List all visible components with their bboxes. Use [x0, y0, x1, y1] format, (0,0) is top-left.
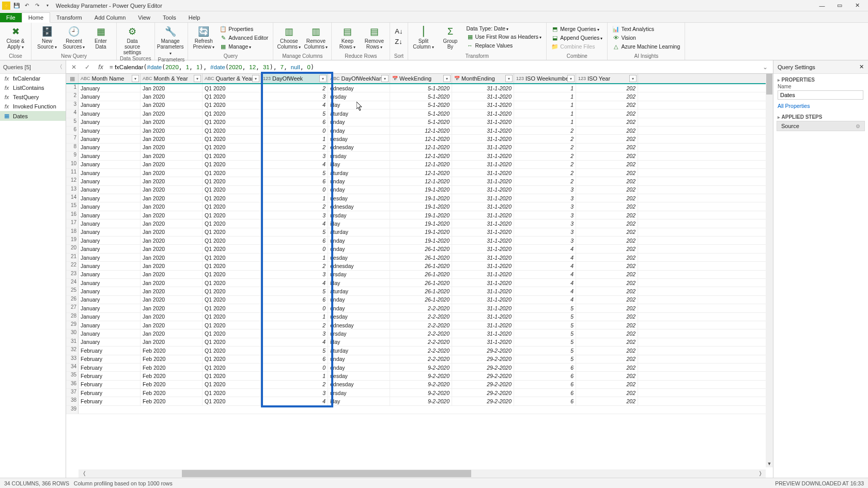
cell[interactable]: 202 — [576, 211, 638, 219]
row-number[interactable]: 17 — [66, 219, 79, 227]
data-source-settings-button[interactable]: ⚙Data source settings — [120, 24, 145, 55]
cell[interactable]: Jan 2020 — [141, 338, 203, 346]
horizontal-scrollbar[interactable]: 〈 〉 — [79, 469, 766, 478]
cell[interactable]: February — [79, 372, 141, 380]
cell[interactable]: 4 — [261, 397, 328, 405]
cell[interactable]: 3 — [514, 219, 576, 227]
column-header-dayofweekname[interactable]: ABCDayOfWeekName▾ — [328, 74, 390, 83]
cell[interactable]: 6 — [261, 296, 328, 304]
cell[interactable]: 5 — [514, 321, 576, 329]
cell[interactable]: 4 — [261, 219, 328, 227]
refresh-preview-button[interactable]: 🔄Refresh Preview — [191, 24, 216, 50]
cell[interactable]: January — [79, 262, 141, 270]
table-row[interactable]: 1JanuaryJan 2020Q1 20202ednesday5-1-2020… — [66, 84, 773, 92]
row-number[interactable]: 32 — [66, 347, 79, 354]
cell[interactable]: 6 — [514, 389, 576, 397]
cell[interactable]: onday — [328, 127, 390, 134]
cell[interactable]: 202 — [576, 169, 638, 177]
cell[interactable]: Jan 2020 — [141, 194, 203, 202]
cell[interactable]: 2-2-2020 — [390, 304, 452, 312]
merge-queries-button[interactable]: ⬒Merge Queries — [550, 25, 604, 33]
row-number[interactable]: 13 — [66, 186, 79, 194]
cell[interactable]: 5 — [261, 228, 328, 236]
cell[interactable]: 202 — [576, 237, 638, 244]
cell[interactable]: 2-2-2020 — [390, 321, 452, 329]
cell[interactable]: 6 — [514, 372, 576, 380]
cell[interactable]: Q1 2020 — [203, 211, 261, 219]
cell[interactable]: 0 — [261, 304, 328, 312]
cell[interactable]: 5 — [261, 109, 328, 117]
cell[interactable]: 31-1-2020 — [452, 279, 514, 287]
collapse-queries-icon[interactable]: 〈 — [57, 63, 63, 71]
cell[interactable]: January — [79, 245, 141, 253]
advanced-editor-button[interactable]: ✎Advanced Editor — [218, 34, 270, 42]
filter-icon[interactable]: ▾ — [629, 75, 637, 82]
cell[interactable]: iday — [328, 279, 390, 287]
cell[interactable]: ednesday — [328, 202, 390, 210]
cell[interactable]: 1 — [514, 84, 576, 92]
cell[interactable]: 2-2-2020 — [390, 347, 452, 354]
append-queries-button[interactable]: ⬓Append Queries — [550, 34, 604, 42]
cell[interactable]: Jan 2020 — [141, 101, 203, 109]
cell[interactable]: Jan 2020 — [141, 144, 203, 151]
cell[interactable]: 202 — [576, 144, 638, 151]
cell[interactable]: 9-2-2020 — [390, 397, 452, 405]
table-row[interactable]: 5JanuaryJan 2020Q1 20206unday5-1-202031-… — [66, 118, 773, 127]
cell[interactable]: 31-1-2020 — [452, 144, 514, 151]
table-row[interactable]: 37FebruaryFeb 2020Q1 20203ursday9-2-2020… — [66, 389, 773, 397]
scroll-down-icon[interactable]: ▼ — [766, 460, 773, 467]
cell[interactable]: Q1 2020 — [203, 313, 261, 321]
cell[interactable]: aturday — [328, 347, 390, 354]
cell[interactable]: 2-2-2020 — [390, 338, 452, 346]
cell[interactable]: onday — [328, 364, 390, 371]
cell[interactable]: unday — [328, 118, 390, 126]
cell[interactable]: 4 — [261, 279, 328, 287]
table-row[interactable]: 30JanuaryJan 2020Q1 20203ursday2-2-20203… — [66, 329, 773, 338]
table-row[interactable]: 7JanuaryJan 2020Q1 20201uesday12-1-20203… — [66, 135, 773, 143]
cell[interactable]: ednesday — [328, 262, 390, 270]
cell[interactable]: 31-1-2020 — [452, 211, 514, 219]
vision-button[interactable]: 👁Vision — [611, 34, 681, 42]
cell[interactable]: 202 — [576, 389, 638, 397]
cell[interactable]: ursday — [328, 211, 390, 219]
column-header-iso-weeknumber[interactable]: 123ISO Weeknumber▾ — [514, 74, 576, 83]
cell[interactable]: aturday — [328, 287, 390, 295]
tab-view[interactable]: View — [132, 13, 157, 22]
cell[interactable]: 19-1-2020 — [390, 211, 452, 219]
row-number[interactable]: 15 — [66, 202, 79, 210]
formula-cancel-icon[interactable]: ✕ — [69, 62, 79, 72]
table-row[interactable]: 8JanuaryJan 2020Q1 20202ednesday12-1-202… — [66, 144, 773, 152]
cell[interactable]: ursday — [328, 92, 390, 100]
table-row[interactable]: 22JanuaryJan 2020Q1 20202ednesday26-1-20… — [66, 262, 773, 270]
cell[interactable]: Jan 2020 — [141, 169, 203, 177]
table-row[interactable]: 11JanuaryJan 2020Q1 20205aturday12-1-202… — [66, 169, 773, 177]
cell[interactable]: 31-1-2020 — [452, 135, 514, 143]
cell[interactable]: Q1 2020 — [203, 228, 261, 236]
cell[interactable]: Feb 2020 — [141, 347, 203, 354]
cell[interactable]: 202 — [576, 118, 638, 126]
cell[interactable]: Q1 2020 — [203, 202, 261, 210]
cell[interactable]: unday — [328, 237, 390, 244]
properties-button[interactable]: 📋Properties — [218, 25, 270, 33]
scroll-left-icon[interactable]: 〈 — [79, 469, 87, 478]
close-window-button[interactable]: ✕ — [848, 1, 866, 11]
column-header-dayofweek[interactable]: 123DayOfWeek▾ — [261, 74, 328, 83]
row-number[interactable]: 18 — [66, 228, 79, 236]
cell[interactable]: 29-2-2020 — [452, 389, 514, 397]
cell[interactable]: 31-1-2020 — [452, 304, 514, 312]
table-row[interactable]: 21JanuaryJan 2020Q1 20201uesday26-1-2020… — [66, 254, 773, 262]
table-row[interactable]: 20JanuaryJan 2020Q1 20200onday26-1-20203… — [66, 245, 773, 253]
cell[interactable]: Q1 2020 — [203, 397, 261, 405]
cell[interactable]: Jan 2020 — [141, 219, 203, 227]
cell[interactable]: Q1 2020 — [203, 389, 261, 397]
cell[interactable]: unday — [328, 296, 390, 304]
cell[interactable]: 3 — [514, 211, 576, 219]
cell[interactable]: 202 — [576, 186, 638, 194]
split-column-button[interactable]: ⎮Split Column — [411, 24, 436, 50]
cell[interactable]: 5 — [261, 287, 328, 295]
column-header-monthending[interactable]: 📅MonthEnding▾ — [452, 74, 514, 83]
query-item-dates[interactable]: ▦Dates — [0, 111, 66, 121]
cell[interactable]: 3 — [514, 202, 576, 210]
cell[interactable]: January — [79, 211, 141, 219]
cell[interactable]: 5-1-2020 — [390, 118, 452, 126]
